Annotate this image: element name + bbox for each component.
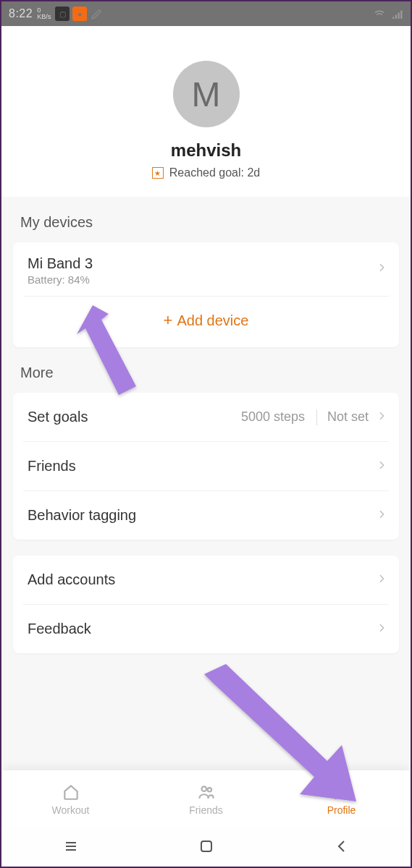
signal-icon (390, 7, 403, 20)
chevron-right-icon (376, 622, 387, 637)
nav-friends-label: Friends (189, 804, 223, 816)
gallery-status-icon: ▢ (55, 7, 70, 21)
row-set-goals[interactable]: Set goals 5000 steps Not set (23, 393, 389, 442)
vertical-divider (316, 409, 317, 425)
svg-point-0 (201, 786, 206, 791)
more-card-1: Set goals 5000 steps Not set Friends Beh… (13, 393, 399, 540)
edit-status-icon (90, 7, 104, 21)
nav-workout-label: Workout (52, 804, 90, 816)
status-time: 8:22 (9, 7, 33, 20)
plus-icon: + (164, 311, 173, 330)
goal-row: ★ Reached goal: 2d (1, 166, 411, 179)
avatar[interactable]: M (173, 61, 240, 127)
chevron-right-icon (376, 459, 387, 474)
wifi-icon (373, 7, 386, 20)
device-row-mi-band[interactable]: Mi Band 3 Battery: 84% (23, 242, 389, 297)
behavior-label: Behavior tagging (28, 507, 384, 524)
device-battery: Battery: 84% (28, 273, 384, 286)
android-system-nav (3, 827, 409, 865)
home-button[interactable] (198, 838, 215, 855)
back-button[interactable] (333, 838, 350, 855)
section-title-devices: My devices (1, 197, 411, 242)
friends-label: Friends (28, 458, 384, 475)
goal-text: Reached goal: 2d (169, 166, 260, 179)
nav-profile[interactable]: Profile (274, 770, 409, 827)
profile-username: mehvish (1, 140, 411, 161)
add-device-button[interactable]: + Add device (23, 297, 389, 347)
status-network-speed: 0 KB/s (37, 7, 51, 20)
app-content: M mehvish ★ Reached goal: 2d My devices … (1, 26, 411, 770)
row-feedback[interactable]: Feedback (23, 605, 389, 653)
profile-header: M mehvish ★ Reached goal: 2d (1, 26, 411, 197)
row-friends[interactable]: Friends (23, 442, 389, 491)
nav-profile-label: Profile (327, 804, 356, 816)
row-add-accounts[interactable]: Add accounts (23, 556, 389, 605)
set-goals-label: Set goals (28, 409, 241, 425)
chevron-right-icon (376, 509, 387, 523)
feedback-label: Feedback (28, 621, 384, 637)
devices-card: Mi Band 3 Battery: 84% + Add device (13, 242, 399, 347)
add-device-label: Add device (177, 312, 248, 329)
chevron-right-icon (376, 410, 387, 425)
nav-workout[interactable]: Workout (3, 770, 138, 827)
svg-rect-6 (201, 841, 211, 851)
recorder-status-icon: ● (72, 7, 87, 21)
nav-friends[interactable]: Friends (138, 770, 274, 827)
set-goals-weight: Not set (327, 409, 369, 425)
device-name: Mi Band 3 (28, 255, 384, 272)
add-accounts-label: Add accounts (28, 571, 384, 588)
chevron-right-icon (376, 262, 387, 276)
home-icon (62, 783, 80, 801)
avatar-initial: M (192, 75, 221, 114)
profile-icon (332, 783, 351, 801)
recent-apps-button[interactable] (62, 838, 80, 855)
android-status-bar: 8:22 0 KB/s ▢ ● (1, 1, 411, 26)
star-icon: ★ (152, 167, 164, 179)
svg-point-1 (207, 788, 211, 791)
section-title-more: More (1, 347, 411, 393)
row-behavior-tagging[interactable]: Behavior tagging (23, 491, 389, 540)
friends-icon (197, 783, 216, 801)
set-goals-steps: 5000 steps (241, 409, 305, 425)
bottom-navigation: Workout Friends Profile (3, 770, 409, 827)
more-card-2: Add accounts Feedback (13, 556, 399, 653)
svg-point-2 (338, 786, 345, 792)
chevron-right-icon (376, 573, 387, 587)
